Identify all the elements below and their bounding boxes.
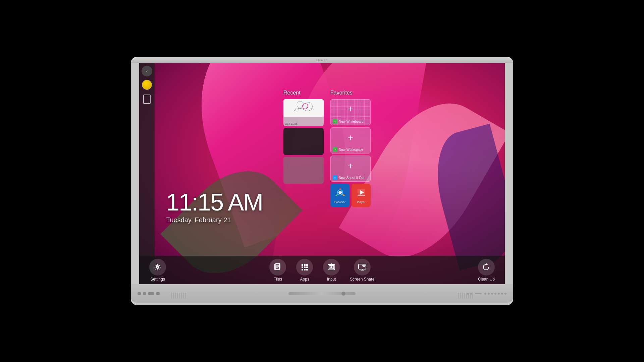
- browser-label: Browser: [334, 200, 345, 204]
- svg-rect-28: [306, 269, 308, 270]
- recent-card-doodle[interactable]: 2/14 11:35: [283, 99, 324, 126]
- input-icon: [323, 259, 340, 276]
- monitor-dot-5: [491, 293, 493, 295]
- whiteboard-plus-icon: +: [348, 104, 353, 114]
- recent-card-label: 2/14 11:35: [285, 122, 298, 125]
- player-symbol: [356, 187, 366, 200]
- input-dock-item[interactable]: Input: [323, 259, 340, 282]
- files-dock-item[interactable]: Files: [269, 259, 286, 282]
- dock: Settings: [139, 256, 505, 284]
- whiteboard-label-area: ✓ New Whiteboard: [333, 119, 364, 124]
- fav-new-whiteboard[interactable]: + ✓ New Whiteboard: [330, 99, 371, 125]
- fav-new-workspace[interactable]: + ✓ New Workspace: [330, 127, 371, 154]
- files-icon: [269, 259, 286, 276]
- screen-wrapper: ‹ 11:15 AM Tuesday, February 21 Recent: [139, 63, 505, 284]
- apps-label: Apps: [300, 277, 309, 282]
- svg-point-32: [331, 266, 332, 268]
- monitor-dot-8: [501, 293, 503, 295]
- monitor-dot-4: [488, 293, 490, 295]
- favorites-panel: Favorites + ✓ New Whiteboard: [330, 90, 371, 207]
- svg-rect-24: [304, 266, 306, 268]
- fav-apps-row: Browser: [330, 184, 371, 207]
- cleanup-icon: [478, 259, 495, 276]
- recent-cards: 2/14 11:35: [283, 99, 324, 184]
- monitor-controls-right: [467, 293, 506, 295]
- back-button[interactable]: ‹: [142, 66, 152, 76]
- monitor-bar: [288, 292, 356, 295]
- svg-rect-20: [302, 264, 303, 266]
- monitor-brand-label: SMART: [316, 59, 328, 62]
- clock-area: 11:15 AM Tuesday, February 21: [166, 190, 263, 224]
- shoutitout-label: New Shout It Out: [339, 176, 364, 180]
- settings-label: Settings: [150, 277, 165, 282]
- svg-rect-26: [302, 269, 303, 270]
- monitor-dot-9: [504, 293, 506, 295]
- screen: ‹ 11:15 AM Tuesday, February 21 Recent: [139, 63, 505, 284]
- clock-date: Tuesday, February 21: [166, 216, 263, 224]
- svg-rect-25: [306, 266, 308, 268]
- monitor-dot-7: [498, 293, 500, 295]
- dock-center: Files: [269, 259, 374, 282]
- monitor-bottom-bezel: [131, 284, 513, 303]
- screenshare-label: Screen Share: [350, 277, 374, 282]
- whiteboard-label: New Whiteboard: [339, 120, 364, 123]
- monitor-btn-4[interactable]: [156, 292, 160, 295]
- apps-dock-item[interactable]: Apps: [296, 259, 313, 282]
- user-avatar[interactable]: [142, 80, 152, 90]
- svg-rect-23: [302, 266, 303, 268]
- monitor-btn-2[interactable]: [143, 292, 146, 295]
- svg-point-5: [338, 191, 342, 194]
- monitor-top-bezel: SMART: [131, 57, 513, 63]
- recent-card-gray[interactable]: [283, 157, 324, 184]
- clock-time: 11:15 AM: [166, 190, 263, 214]
- tablet-icon[interactable]: [143, 95, 151, 104]
- settings-icon: [149, 259, 166, 276]
- svg-rect-27: [304, 269, 306, 270]
- monitor-dot-2: [470, 293, 472, 295]
- fav-new-shoutitout[interactable]: + ○ New Shout It Out: [330, 156, 371, 182]
- svg-rect-12: [358, 195, 365, 196]
- player-app-icon[interactable]: Player: [352, 184, 371, 207]
- input-label: Input: [327, 277, 336, 282]
- monitor-dot-6: [494, 293, 496, 295]
- monitor-dot-1: [467, 293, 469, 295]
- browser-app-icon[interactable]: Browser: [330, 184, 350, 207]
- favorites-cards: + ✓ New Whiteboard +: [330, 99, 371, 207]
- monitor-bar-knob[interactable]: [341, 292, 345, 296]
- workspace-label: New Workspace: [339, 148, 363, 152]
- workspace-label-area: ✓ New Workspace: [333, 147, 363, 152]
- apps-icon: [296, 259, 313, 276]
- svg-rect-22: [306, 264, 308, 266]
- monitor-btn-1[interactable]: [138, 292, 141, 295]
- svg-rect-21: [304, 264, 306, 266]
- speaker-left: [171, 293, 186, 299]
- panels: Recent: [283, 90, 371, 207]
- screenshare-icon: [354, 259, 371, 276]
- recent-card-thumb: [283, 99, 324, 117]
- recent-title: Recent: [283, 90, 324, 96]
- files-label: Files: [274, 277, 282, 282]
- shoutitout-label-area: ○ New Shout It Out: [333, 175, 364, 180]
- monitor-btn-3[interactable]: [148, 292, 154, 295]
- chrome-symbol: [335, 187, 345, 200]
- doodle-svg: [290, 100, 317, 116]
- workspace-icon: ✓: [333, 147, 337, 152]
- monitor-dot-3: [484, 293, 486, 295]
- screenshare-dock-item[interactable]: Screen Share: [350, 259, 374, 282]
- cleanup-dock-item[interactable]: Clean Up: [478, 259, 495, 282]
- cleanup-label: Clean Up: [478, 277, 495, 282]
- recent-panel: Recent: [283, 90, 324, 207]
- settings-dock-item[interactable]: Settings: [149, 259, 166, 282]
- player-label: Player: [357, 200, 366, 204]
- shoutitout-icon: ○: [333, 175, 337, 180]
- whiteboard-icon: ✓: [333, 119, 337, 124]
- recent-card-dark[interactable]: [283, 128, 324, 155]
- monitor: SMART ‹ 11:15 AM Tuesday, February 21: [131, 57, 513, 305]
- monitor-controls-left: [138, 292, 160, 295]
- svg-point-1: [303, 104, 308, 109]
- sidebar: ‹: [139, 63, 155, 284]
- favorites-title: Favorites: [330, 90, 371, 96]
